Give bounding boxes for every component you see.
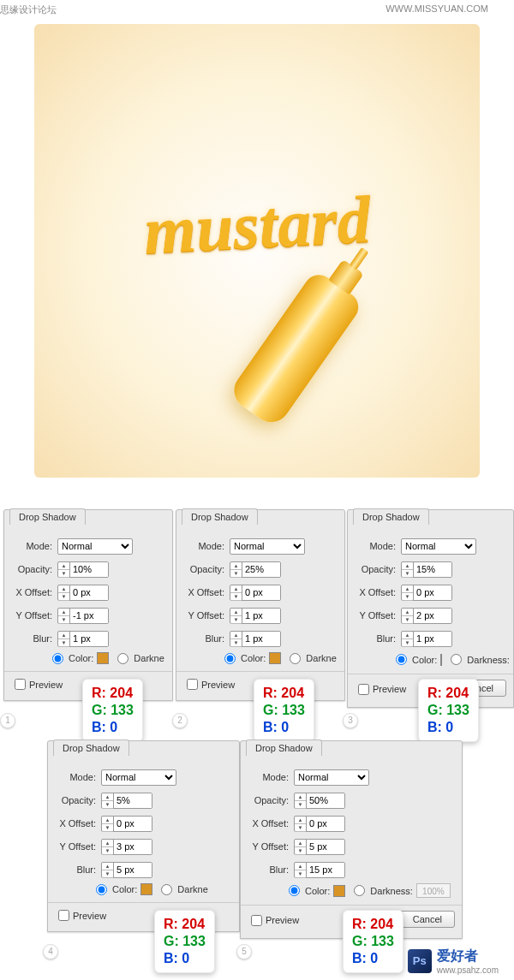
drop-shadow-panel-4: Drop Shadow Mode:Normal Opacity:▲▼ X Off… (47, 740, 240, 932)
darkness-radio[interactable] (451, 654, 462, 665)
xoffset-label: X Offset: (11, 587, 52, 597)
site-name: 思缘设计论坛 (0, 3, 57, 16)
darkness-radio[interactable] (354, 885, 365, 896)
chevron-up-icon[interactable]: ▲ (58, 609, 69, 616)
color-label: Color: (69, 653, 93, 663)
blur-input[interactable] (70, 632, 108, 646)
mode-select[interactable]: Normal (401, 538, 476, 555)
opacity-input[interactable] (414, 562, 451, 577)
opacity-input[interactable] (114, 793, 152, 808)
color-swatch[interactable] (140, 883, 152, 895)
chevron-up-icon[interactable]: ▲ (58, 562, 69, 570)
preview-checkbox[interactable] (187, 679, 198, 690)
opacity-input[interactable] (307, 793, 344, 808)
panel-number-5: 5 (236, 944, 252, 959)
preview-label: Preview (29, 680, 63, 690)
panel-number-3: 3 (343, 713, 358, 728)
xoffset-input[interactable] (114, 817, 152, 831)
opacity-input[interactable] (70, 562, 108, 577)
preview-checkbox[interactable] (15, 679, 26, 690)
chevron-down-icon[interactable]: ▼ (58, 593, 69, 601)
chevron-down-icon[interactable]: ▼ (58, 616, 69, 624)
color-radio[interactable] (396, 654, 407, 665)
tab-drop-shadow[interactable]: Drop Shadow (182, 508, 258, 525)
darkness-field: 100% (416, 883, 451, 898)
drop-shadow-panel-1: Drop Shadow Mode:Normal Opacity:▲▼ X Off… (3, 509, 173, 701)
chevron-up-icon[interactable]: ▲ (58, 585, 69, 593)
rgb-callout-4: R: 204G: 133B: 0 (154, 910, 215, 973)
blur-input[interactable] (307, 863, 344, 877)
color-swatch[interactable] (97, 652, 109, 664)
darkness-radio[interactable] (290, 653, 301, 664)
rgb-callout-2: R: 204G: 133B: 0 (254, 679, 314, 742)
mode-label: Mode: (11, 541, 52, 551)
tab-drop-shadow[interactable]: Drop Shadow (53, 739, 129, 756)
blur-label: Blur: (11, 633, 52, 644)
mode-select[interactable]: Normal (294, 769, 369, 786)
mustard-bottle (227, 269, 365, 430)
xoffset-input[interactable] (414, 585, 451, 600)
blur-input[interactable] (114, 863, 152, 877)
preview-checkbox[interactable] (251, 915, 262, 926)
color-swatch[interactable] (269, 652, 281, 664)
site-url: WWW.MISSYUAN.COM (386, 3, 488, 16)
panel-number-1: 1 (0, 713, 15, 728)
blur-stepper[interactable]: ▲▼ (57, 631, 109, 647)
footer-title: 爱好者 (437, 947, 499, 965)
xoffset-input[interactable] (70, 585, 108, 600)
xoffset-stepper[interactable]: ▲▼ (57, 585, 109, 601)
footer-watermark: Ps 爱好者 www.psahz.com (408, 947, 499, 975)
tab-drop-shadow[interactable]: Drop Shadow (9, 508, 86, 525)
color-swatch[interactable] (440, 654, 442, 666)
yoffset-input[interactable] (414, 609, 451, 623)
color-radio[interactable] (224, 653, 236, 664)
color-radio[interactable] (52, 653, 63, 664)
chevron-down-icon[interactable]: ▼ (58, 570, 69, 578)
footer-url: www.psahz.com (437, 965, 499, 975)
mode-select[interactable]: Normal (101, 769, 176, 786)
blur-input[interactable] (414, 632, 451, 646)
tab-drop-shadow[interactable]: Drop Shadow (246, 739, 322, 756)
mode-select[interactable]: Normal (230, 538, 305, 555)
cancel-button[interactable]: Cancel (400, 911, 455, 928)
xoffset-input[interactable] (307, 817, 344, 831)
yoffset-input[interactable] (114, 840, 152, 854)
xoffset-input[interactable] (242, 585, 280, 600)
preview-checkbox[interactable] (58, 910, 69, 921)
opacity-stepper[interactable]: ▲▼ (57, 561, 109, 578)
yoffset-input[interactable] (70, 609, 108, 623)
yoffset-input[interactable] (242, 609, 280, 623)
chevron-down-icon[interactable]: ▼ (58, 639, 69, 647)
darkness-label: Darkne (134, 653, 164, 663)
yoffset-input[interactable] (307, 840, 344, 854)
artwork-preview: mustard (34, 24, 480, 478)
opacity-label: Opacity: (11, 564, 52, 574)
darkness-radio[interactable] (117, 653, 128, 664)
rgb-callout-1: R: 204G: 133B: 0 (82, 679, 143, 742)
color-swatch[interactable] (333, 885, 345, 897)
opacity-input[interactable] (242, 562, 280, 577)
chevron-up-icon[interactable]: ▲ (58, 632, 69, 639)
drop-shadow-panel-2: Drop Shadow Mode:Normal Opacity:▲▼ X Off… (176, 509, 345, 701)
ps-logo-icon: Ps (408, 949, 432, 973)
color-radio[interactable] (96, 884, 107, 895)
mode-select[interactable]: Normal (57, 538, 133, 555)
yoffset-stepper[interactable]: ▲▼ (57, 608, 109, 624)
yoffset-label: Y Offset: (11, 610, 52, 621)
preview-checkbox[interactable] (358, 684, 369, 695)
darkness-radio[interactable] (161, 884, 172, 895)
tab-drop-shadow[interactable]: Drop Shadow (353, 508, 429, 525)
mustard-text: mustard (142, 181, 373, 270)
rgb-callout-5: R: 204G: 133B: 0 (343, 910, 403, 973)
panel-number-2: 2 (172, 713, 188, 728)
panel-number-4: 4 (43, 944, 58, 959)
color-radio[interactable] (289, 885, 300, 896)
rgb-callout-3: R: 204G: 133B: 0 (418, 679, 479, 742)
blur-input[interactable] (242, 632, 280, 646)
